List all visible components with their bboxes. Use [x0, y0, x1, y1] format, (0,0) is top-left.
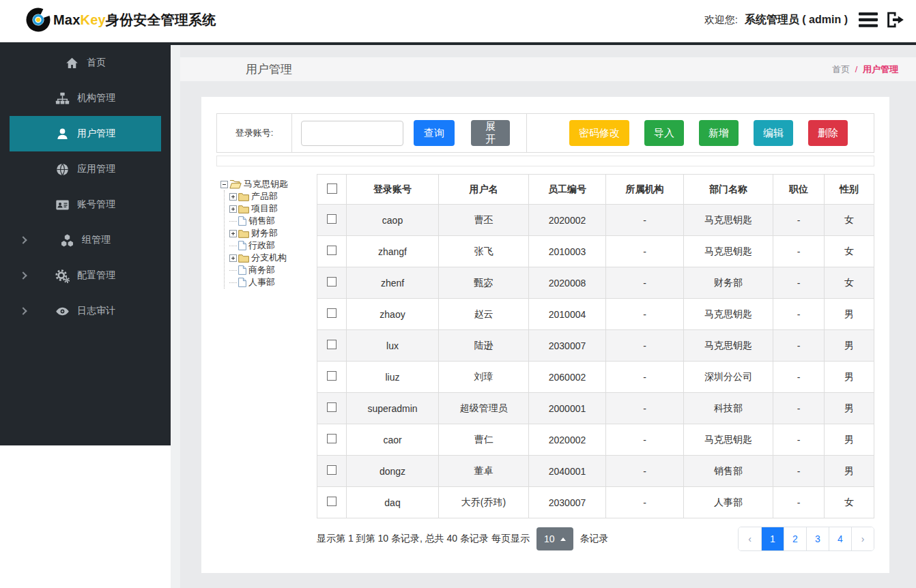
row-checkbox[interactable] — [327, 465, 337, 475]
table-row[interactable]: superadmin超级管理员2000001-科技部-男 — [317, 393, 874, 424]
sidebar-item-config[interactable]: 配置管理 — [10, 258, 161, 293]
sidebar-item-user[interactable]: 用户管理 — [10, 116, 161, 151]
folder-icon — [238, 229, 249, 238]
add-button[interactable]: 新增 — [699, 120, 739, 146]
tree-expand-icon[interactable] — [229, 254, 237, 262]
table-cell: - — [773, 267, 825, 299]
row-select-cell — [317, 205, 347, 236]
pagination-next[interactable]: › — [851, 527, 874, 550]
table-cell: 男 — [825, 456, 874, 487]
pagination-pages: ‹1234› — [738, 527, 874, 551]
pagination-page-3[interactable]: 3 — [806, 527, 829, 550]
sidebar-item-group[interactable]: 组管理 — [10, 222, 161, 258]
table-cell: - — [773, 393, 825, 424]
tree-node-root[interactable]: 马克思钥匙 — [220, 178, 317, 190]
tree-node[interactable]: 人事部 — [229, 276, 317, 289]
edit-button[interactable]: 编辑 — [754, 120, 793, 146]
pagination-prev[interactable]: ‹ — [739, 527, 761, 550]
sidebar-item-home[interactable]: 首页 — [10, 45, 161, 80]
table-cell: 2000001 — [529, 393, 606, 424]
main-content: 用户管理 首页 / 用户管理 登录账号: 查询 展开 密码修改导入新增编辑删除 … — [171, 45, 916, 588]
pagination-page-1[interactable]: 1 — [761, 527, 784, 550]
tree-expand-icon[interactable] — [229, 193, 237, 201]
table-cell: - — [606, 487, 684, 518]
tree-node[interactable]: 产品部 — [229, 190, 317, 203]
sidebar-item-audit[interactable]: 日志审计 — [10, 293, 161, 329]
tree-node-label[interactable]: 马克思钥匙 — [244, 178, 288, 190]
table-cell: 男 — [825, 424, 874, 456]
table-row[interactable]: zhangf张飞2010003-马克思钥匙-女 — [317, 236, 874, 267]
tree-node[interactable]: 商务部 — [229, 264, 317, 276]
table-cell: caor — [347, 424, 439, 456]
tree-node[interactable]: 行政部 — [229, 239, 317, 252]
page-size-dropdown[interactable]: 10 — [536, 527, 573, 550]
tree-node[interactable]: 分支机构 — [229, 252, 317, 264]
file-icon — [238, 265, 246, 275]
pagination-page-4[interactable]: 4 — [829, 527, 851, 550]
row-checkbox[interactable] — [327, 214, 337, 224]
table-row[interactable]: zhenf甄宓2020008-财务部-女 — [317, 267, 874, 299]
tree-node[interactable]: 项目部 — [229, 203, 317, 215]
import-button[interactable]: 导入 — [644, 120, 684, 146]
row-select-cell — [317, 362, 347, 393]
password-change-button[interactable]: 密码修改 — [569, 120, 629, 146]
tree-collapse-icon[interactable] — [220, 181, 228, 188]
row-checkbox[interactable] — [327, 246, 337, 255]
breadcrumb-home-link[interactable]: 首页 — [832, 64, 850, 74]
expand-button[interactable]: 展开 — [471, 120, 510, 146]
table-cell: 销售部 — [684, 456, 773, 487]
table-toolbar — [216, 156, 874, 166]
select-all-checkbox[interactable] — [327, 183, 337, 194]
row-checkbox[interactable] — [327, 308, 337, 318]
row-checkbox[interactable] — [327, 434, 337, 443]
tree-node-label[interactable]: 分支机构 — [251, 252, 287, 264]
column-header: 用户名 — [439, 175, 529, 205]
table-row[interactable]: lux陆逊2030007-马克思钥匙-男 — [317, 330, 874, 362]
tree-expand-icon[interactable] — [229, 230, 237, 237]
tree-node-label[interactable]: 人事部 — [248, 276, 275, 289]
table-cell: 董卓 — [439, 456, 529, 487]
sidebar-item-label: 首页 — [87, 57, 106, 69]
row-select-cell — [317, 487, 347, 518]
table-cell: 马克思钥匙 — [684, 330, 773, 362]
tree-node-label[interactable]: 销售部 — [248, 215, 275, 227]
brand[interactable]: MaxKey身份安全管理系统 — [26, 8, 216, 32]
users-table-wrap: 登录账号用户名员工编号所属机构部门名称职位性别 caop曹丕2020002-马克… — [317, 174, 874, 551]
org-tree: 马克思钥匙产品部项目部销售部财务部行政部分支机构商务部人事部 — [216, 174, 317, 551]
tree-node-label[interactable]: 商务部 — [248, 264, 275, 276]
row-checkbox[interactable] — [327, 402, 337, 412]
table-row[interactable]: zhaoy赵云2010004-马克思钥匙-男 — [317, 299, 874, 330]
tree-node[interactable]: 销售部 — [229, 215, 317, 227]
login-account-input[interactable] — [301, 121, 403, 146]
delete-button[interactable]: 删除 — [808, 120, 848, 146]
tree-node-label[interactable]: 财务部 — [251, 227, 278, 239]
table-row[interactable]: daq大乔(乔玮)2030007-人事部-女 — [317, 487, 874, 518]
pagination-page-2[interactable]: 2 — [784, 527, 806, 550]
sidebar-item-app[interactable]: 应用管理 — [10, 151, 161, 187]
row-checkbox[interactable] — [327, 340, 337, 349]
file-icon — [238, 216, 246, 226]
sidebar-item-account[interactable]: 账号管理 — [10, 187, 161, 222]
row-checkbox[interactable] — [327, 497, 337, 506]
table-cell: - — [773, 205, 825, 236]
table-row[interactable]: liuz刘璋2060002-深圳分公司-男 — [317, 362, 874, 393]
table-row[interactable]: dongz董卓2040001-销售部-男 — [317, 456, 874, 487]
table-cell: 财务部 — [684, 267, 773, 299]
brand-title: MaxKey身份安全管理系统 — [53, 11, 216, 29]
tree-expand-icon[interactable] — [229, 205, 237, 213]
tree-node-label[interactable]: 产品部 — [251, 190, 278, 203]
tree-node-label[interactable]: 行政部 — [248, 239, 275, 252]
tree-node-label[interactable]: 项目部 — [251, 203, 278, 215]
row-checkbox[interactable] — [327, 277, 337, 286]
table-row[interactable]: caor曹仁2020002-马克思钥匙-男 — [317, 424, 874, 456]
table-row[interactable]: caop曹丕2020002-马克思钥匙-女 — [317, 205, 874, 236]
query-button[interactable]: 查询 — [414, 120, 455, 146]
table-cell: superadmin — [347, 393, 439, 424]
content-card: 登录账号: 查询 展开 密码修改导入新增编辑删除 马克思钥匙产品部项目部销售部财… — [201, 97, 889, 573]
logout-icon[interactable] — [885, 10, 906, 29]
row-checkbox[interactable] — [327, 371, 337, 381]
column-header: 所属机构 — [606, 175, 684, 205]
sidebar-item-org[interactable]: 机构管理 — [10, 80, 161, 116]
tree-node[interactable]: 财务部 — [229, 227, 317, 239]
menu-icon[interactable] — [859, 12, 878, 28]
